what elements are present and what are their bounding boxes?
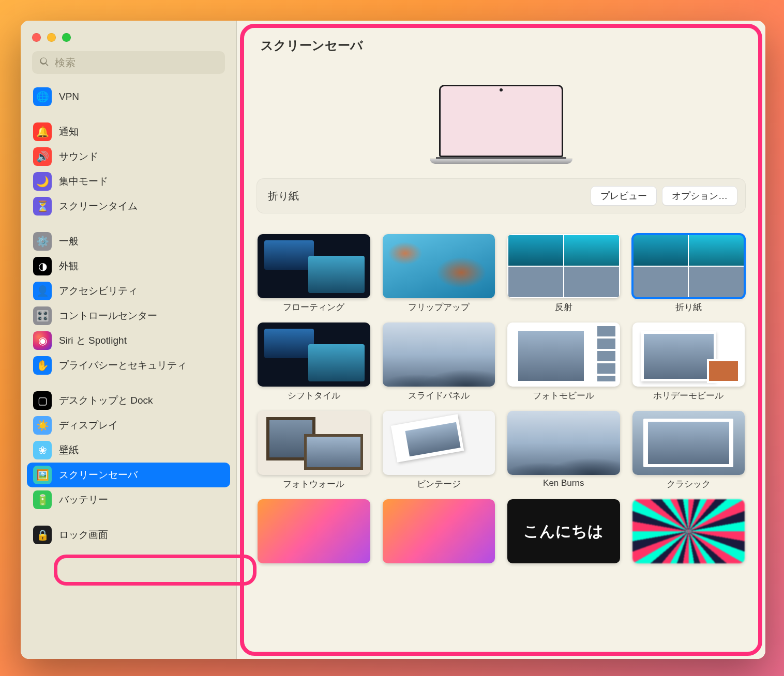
saver-floating[interactable]: フローティング [258,234,370,313]
saver-label: Ken Burns [543,478,584,488]
sidebar-item-label: 壁紙 [59,443,79,457]
sidebar-item-label: アクセシビリティ [59,284,138,298]
sidebar-item-label: 集中モード [59,175,108,188]
sidebar-item-vpn[interactable]: 🌐 VPN [27,84,230,109]
sidebar-item-label: 外観 [59,259,79,273]
sidebar-item-battery[interactable]: 🔋 バッテリー [27,487,230,512]
settings-window: 🌐 VPN 🔔 通知 🔊 サウンド 🌙 集中モード ⏳ [21,21,765,659]
sidebar-item-label: ディスプレイ [59,419,118,432]
saver-holiday-mobile[interactable]: ホリデーモビール [632,322,745,402]
saver-label: スライドパネル [408,390,470,402]
sidebar-item-notifications[interactable]: 🔔 通知 [27,119,230,144]
saver-ventura-1[interactable] [258,499,370,566]
sidebar-item-focus[interactable]: 🌙 集中モード [27,169,230,194]
screensaver-gallery: フローティング フリップアップ 反射 折り紙 シフトタイル スライドパネル フォ… [257,234,746,566]
saver-label: ホリデーモビール [653,390,723,402]
saver-drift[interactable] [632,499,745,566]
sidebar-item-label: VPN [59,91,79,102]
siri-icon: ◉ [33,331,52,350]
sidebar-item-screensaver[interactable]: 🖼️ スクリーンセーバ [27,463,230,487]
bell-icon: 🔔 [33,122,52,141]
selected-saver-name: 折り紙 [268,189,585,203]
sidebar-item-accessibility[interactable]: 👤 アクセシビリティ [27,279,230,303]
sidebar-item-label: スクリーンセーバ [59,468,138,482]
saver-ken-burns[interactable]: Ken Burns [507,411,620,490]
accessibility-icon: 👤 [33,282,52,300]
sidebar-item-label: Siri と Spotlight [59,334,127,347]
saver-vintage[interactable]: ビンテージ [383,411,495,490]
sidebar-item-label: コントロールセンター [59,309,157,322]
sidebar-item-privacy[interactable]: ✋ プライバシーとセキュリティ [27,353,230,378]
search-input[interactable] [55,57,218,69]
sidebar-item-screentime[interactable]: ⏳ スクリーンタイム [27,194,230,219]
flower-icon: ❀ [33,441,52,459]
hourglass-icon: ⏳ [33,197,52,216]
saver-label: 反射 [555,301,572,313]
sidebar-item-label: ロック画面 [59,528,108,542]
screensaver-icon: 🖼️ [33,466,52,484]
sidebar-item-label: プライバシーとセキュリティ [59,359,187,372]
saver-label: クラシック [667,478,711,490]
saver-photo-mobile[interactable]: フォトモビール [507,322,620,402]
saver-label: 折り紙 [675,301,702,313]
sidebar-item-appearance[interactable]: ◑ 外観 [27,254,230,279]
sidebar-item-label: 一般 [59,235,79,248]
saver-flipup[interactable]: フリップアップ [383,234,495,313]
sidebar-item-label: スクリーンタイム [59,199,138,213]
saver-label: ビンテージ [417,478,461,490]
saver-origami[interactable]: 折り紙 [632,234,745,313]
window-controls [21,27,236,46]
sidebar-item-label: 通知 [59,125,79,139]
sidebar-item-desktop-dock[interactable]: ▢ デスクトップと Dock [27,388,230,413]
search-icon [39,56,50,69]
moon-icon: 🌙 [33,172,52,191]
gear-icon: ⚙️ [33,232,52,251]
switches-icon: 🎛️ [33,306,52,325]
hand-icon: ✋ [33,356,52,375]
zoom-window-button[interactable] [62,33,71,42]
laptop-preview-icon [439,85,563,164]
sidebar-item-general[interactable]: ⚙️ 一般 [27,229,230,254]
speaker-icon: 🔊 [33,147,52,166]
globe-icon: 🌐 [33,87,52,106]
sidebar-item-lock-screen[interactable]: 🔒 ロック画面 [27,523,230,547]
contrast-icon: ◑ [33,257,52,275]
saver-shifting-tiles[interactable]: シフトタイル [258,322,370,402]
battery-icon: 🔋 [33,490,52,509]
saver-classic[interactable]: クラシック [632,411,745,490]
brightness-icon: ☀️ [33,416,52,435]
screensaver-preview [257,85,746,164]
saver-label: フォトモビール [533,390,594,402]
lock-icon: 🔒 [33,526,52,544]
sidebar: 🌐 VPN 🔔 通知 🔊 サウンド 🌙 集中モード ⏳ [21,21,237,659]
sidebar-item-sound[interactable]: 🔊 サウンド [27,144,230,169]
saver-label: フリップアップ [408,301,470,313]
saver-label: フォトウォール [283,478,344,490]
saver-sliding-panels[interactable]: スライドパネル [383,322,495,402]
saver-label: フローティング [283,301,344,313]
preview-button[interactable]: プレビュー [591,186,657,206]
minimize-window-button[interactable] [47,33,56,42]
main-pane: スクリーンセーバ 折り紙 プレビュー オプション… フローティング フリップアッ… [237,21,765,659]
saver-reflections[interactable]: 反射 [507,234,620,313]
saver-label: シフトタイル [288,390,340,402]
sidebar-item-label: サウンド [59,150,98,163]
search-field[interactable] [32,51,225,74]
saver-photo-wall[interactable]: フォトウォール [258,411,370,490]
selected-saver-row: 折り紙 プレビュー オプション… [257,178,746,213]
sidebar-item-label: デスクトップと Dock [59,394,153,407]
sidebar-item-wallpaper[interactable]: ❀ 壁紙 [27,438,230,463]
saver-hello[interactable]: こんにちは [507,499,620,566]
saver-ventura-2[interactable] [383,499,495,566]
options-button[interactable]: オプション… [662,186,737,206]
close-window-button[interactable] [32,33,41,42]
sidebar-item-label: バッテリー [59,493,108,506]
hello-text: こんにちは [507,499,620,563]
sidebar-item-siri-spotlight[interactable]: ◉ Siri と Spotlight [27,328,230,353]
sidebar-item-displays[interactable]: ☀️ ディスプレイ [27,413,230,438]
page-title: スクリーンセーバ [257,37,746,54]
sidebar-item-control-center[interactable]: 🎛️ コントロールセンター [27,303,230,328]
dock-icon: ▢ [33,391,52,410]
